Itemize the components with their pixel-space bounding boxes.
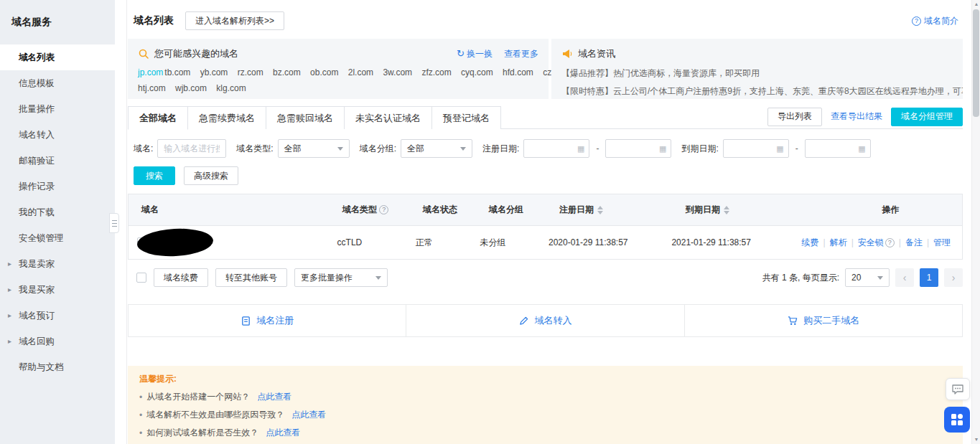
sort-icon[interactable] [597,206,603,214]
page-title: 域名列表 [134,14,174,27]
advanced-search-button[interactable]: 高级搜索 [184,166,238,185]
help-circle-icon[interactable]: ? [885,238,895,247]
batch-operations-bar: 域名续费 转至其他账号 更多批量操作 共有 1 条, 每页显示: 20 ‹ 1 … [128,267,963,288]
separator: | [823,237,826,247]
renew-link[interactable]: 续费 [802,237,819,249]
domain-type-select[interactable]: 全部 [278,139,350,158]
domain-intro-link[interactable]: ? 域名简介 [912,15,958,27]
domain-transfer-in-card[interactable]: 域名转入 [406,304,684,337]
table-row: ccTLD 正常 未分组 2020-01-29 11:38:57 2021-01… [129,226,962,259]
header-type: 域名类型 ? [337,204,417,216]
security-lock-link[interactable]: 安全锁 [858,237,884,249]
enter-resolve-list-button[interactable]: 进入域名解析列表>> [185,11,284,30]
domain-group-select[interactable]: 全部 [401,139,472,158]
suggested-domains[interactable]: tb.com yb.com rz.com bz.com ob.com 2l.co… [164,67,572,77]
batch-renew-button[interactable]: 域名续费 [154,268,208,287]
sidebar-item-label: 信息模板 [19,78,55,88]
export-list-button[interactable]: 导出列表 [767,108,822,126]
page-scrollbar[interactable]: ▲ ▼ [971,0,980,444]
current-page-button[interactable]: 1 [920,268,938,287]
tip-link[interactable]: 点此查看 [291,409,326,421]
exp-date-start-input[interactable]: ▦ [723,139,789,158]
resolve-link[interactable]: 解析 [830,237,847,249]
pencil-icon [518,316,529,326]
sidebar-item-label: 我是卖家 [19,259,55,269]
scroll-down-icon[interactable]: ▼ [972,435,980,444]
search-actions: 搜索 高级搜索 [128,166,963,185]
tip-link[interactable]: 点此查看 [257,391,291,403]
news-line-1[interactable]: 【爆品推荐】热门优选商标，海量资源库，即买即用 [561,67,953,80]
calendar-icon: ▦ [776,144,783,153]
header-type-label: 域名类型 [342,204,377,216]
highlight-domain-link[interactable]: jp.com [138,67,163,77]
sidebar-item-batch-operations[interactable]: 批量操作 [0,96,115,122]
more-batch-operations-select[interactable]: 更多批量操作 [294,268,388,287]
toolbox-widget-button[interactable] [944,407,970,433]
domain-group-manage-button[interactable]: 域名分组管理 [891,108,963,126]
card-label: 购买二手域名 [803,314,859,327]
view-more-link[interactable]: 查看更多 [504,48,538,60]
sidebar-item-domain-buyback[interactable]: ▸域名回购 [0,329,115,354]
sidebar-item-label: 批量操作 [19,104,55,114]
tip-link[interactable]: 点此查看 [266,427,300,439]
help-circle-icon[interactable]: ? [379,205,388,214]
prev-page-button[interactable]: ‹ [895,268,914,287]
content-left-border [126,0,127,444]
suggested-domains-line2[interactable]: htj.com wjb.com klg.com [138,83,538,93]
domain-search-input[interactable] [157,139,226,158]
sidebar-item-i-am-buyer[interactable]: ▸我是买家 [0,277,115,303]
sidebar-item-label: 域名列表 [19,52,55,62]
tab-preregistered[interactable]: 预登记域名 [432,106,501,129]
reg-date-start-input[interactable]: ▦ [523,139,589,158]
tab-not-verified[interactable]: 未实名认证域名 [345,106,432,129]
batch-transfer-account-button[interactable]: 转至其他账号 [215,268,287,287]
sidebar-item-email-verification[interactable]: 邮箱验证 [0,148,115,174]
search-button[interactable]: 搜索 [134,166,175,185]
chevron-down-icon [337,147,343,151]
sidebar-item-label: 域名回购 [19,336,55,346]
sidebar-item-info-template[interactable]: 信息模板 [0,70,115,96]
chevron-down-icon [877,276,883,280]
refresh-domains-link[interactable]: ↻换一换 [457,48,493,60]
chat-widget-button[interactable] [946,378,970,400]
sidebar-item-label: 邮箱验证 [19,156,55,166]
header-exp-label: 到期日期 [686,204,720,216]
sidebar-item-security-lock[interactable]: 安全锁管理 [0,225,115,251]
domain-table: 域名 域名类型 ? 域名状态 域名分组 注册日期 到期日期 操作 ccTLD 正… [128,194,963,260]
header-operations: 操作 [813,204,962,216]
page-size-select[interactable]: 20 [845,268,890,287]
group-filter-label: 域名分组: [360,143,396,155]
sidebar-item-domain-preorder[interactable]: ▸域名预订 [0,303,115,329]
sidebar-item-domain-transfer-in[interactable]: 域名转入 [0,122,115,148]
main-content: 域名列表 进入域名解析列表>> ? 域名简介 您可能感兴趣的域名 ↻换一换 查看… [128,0,963,444]
scroll-up-icon[interactable]: ▲ [972,0,980,9]
sort-icon[interactable] [724,206,729,214]
sidebar-item-my-downloads[interactable]: 我的下载 [0,199,115,225]
tip-line: • 如何测试域名解析是否生效？ 点此查看 [139,427,951,439]
manage-link[interactable]: 管理 [933,237,951,249]
view-export-result-link[interactable]: 查看导出结果 [831,110,882,123]
tab-need-renew[interactable]: 急需续费域名 [188,106,266,129]
info-panels: 您可能感兴趣的域名 ↻换一换 查看更多 jp.comtb.com yb.com … [128,39,963,99]
tip-line: • 域名解析不生效是由哪些原因导致？ 点此查看 [139,409,951,421]
tab-need-redeem[interactable]: 急需赎回域名 [266,106,345,129]
scrollbar-thumb[interactable] [973,9,979,117]
sidebar-item-operation-log[interactable]: 操作记录 [0,174,115,199]
sidebar-item-domain-list[interactable]: 域名列表 [0,44,115,70]
remark-link[interactable]: 备注 [905,237,923,249]
next-page-button[interactable]: › [944,268,963,287]
batch-select-all-checkbox[interactable] [136,273,146,283]
domain-tabs: 全部域名 急需续费域名 急需赎回域名 未实名认证域名 预登记域名 导出列表 查看… [128,106,963,129]
sidebar-collapse-handle[interactable] [109,213,119,233]
tab-all-domains[interactable]: 全部域名 [128,106,188,130]
separator: | [899,237,901,247]
sidebar-item-help-docs[interactable]: 帮助与文档 [0,354,115,380]
tip-text: 域名解析不生效是由哪些原因导致？ [146,409,284,421]
buy-secondhand-domain-card[interactable]: 购买二手域名 [685,304,963,337]
domain-register-card[interactable]: 域名注册 [128,304,406,337]
reg-date-end-input[interactable]: ▦ [605,139,671,158]
sidebar-item-i-am-seller[interactable]: ▸我是卖家 [0,251,115,277]
exp-date-end-input[interactable]: ▦ [805,139,871,158]
refresh-label: 换一换 [467,49,493,59]
news-line-2[interactable]: 【限时特惠】云上公司/个体工商户注册特惠9折，支持上海、东莞、重庆等8大园区在线… [561,85,953,98]
